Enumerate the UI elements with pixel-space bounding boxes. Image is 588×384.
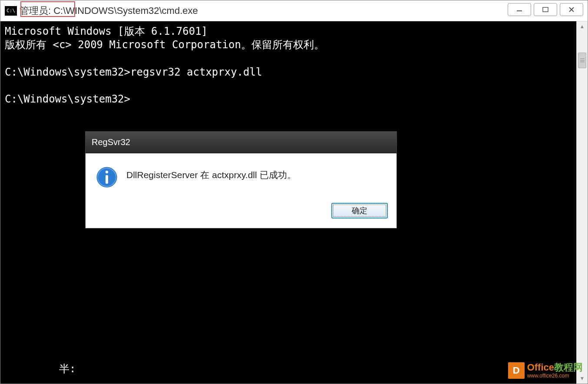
watermark: D Office教程网 www.office26.com <box>508 362 583 379</box>
watermark-logo-icon: D <box>508 362 525 379</box>
window-titlebar[interactable]: C:\ 管理员: C:\WINDOWS\System32\cmd.exe <box>0 0 588 21</box>
scroll-track[interactable] <box>577 32 588 373</box>
window-title: 管理员: C:\WINDOWS\System32\cmd.exe <box>20 4 198 17</box>
watermark-title-part1: Office <box>527 362 554 373</box>
ok-button[interactable]: 确定 <box>331 203 388 218</box>
dialog-message: DllRegisterServer 在 actxprxy.dll 已成功。 <box>126 166 296 181</box>
dialog-titlebar[interactable]: RegSvr32 <box>86 132 396 153</box>
scroll-thumb[interactable] <box>578 53 586 68</box>
window-controls <box>508 3 583 16</box>
scroll-up-arrow-icon[interactable]: ▲ <box>577 21 588 32</box>
close-icon <box>568 7 575 13</box>
close-button[interactable] <box>560 3 583 16</box>
dialog-body: DllRegisterServer 在 actxprxy.dll 已成功。 <box>86 153 396 199</box>
watermark-title-part2: 教程网 <box>554 362 583 373</box>
minimize-icon <box>515 7 523 13</box>
info-icon <box>96 166 118 188</box>
maximize-button[interactable] <box>534 3 557 16</box>
svg-rect-5 <box>106 175 108 184</box>
svg-point-4 <box>106 171 108 173</box>
watermark-title: Office教程网 <box>527 362 583 373</box>
cmd-icon: C:\ <box>5 6 17 16</box>
maximize-icon <box>542 7 549 13</box>
svg-rect-1 <box>543 7 548 12</box>
regsvr32-dialog: RegSvr32 DllRegisterServer 在 actxprxy.dl… <box>85 131 397 228</box>
console-bottom-fragment: 半: <box>59 362 76 376</box>
watermark-text: Office教程网 www.office26.com <box>527 362 583 378</box>
dialog-title: RegSvr32 <box>92 137 130 147</box>
watermark-url: www.office26.com <box>527 373 583 379</box>
vertical-scrollbar[interactable]: ▲ ▼ <box>576 21 588 384</box>
dialog-footer: 确定 <box>86 199 396 228</box>
minimize-button[interactable] <box>508 3 531 16</box>
